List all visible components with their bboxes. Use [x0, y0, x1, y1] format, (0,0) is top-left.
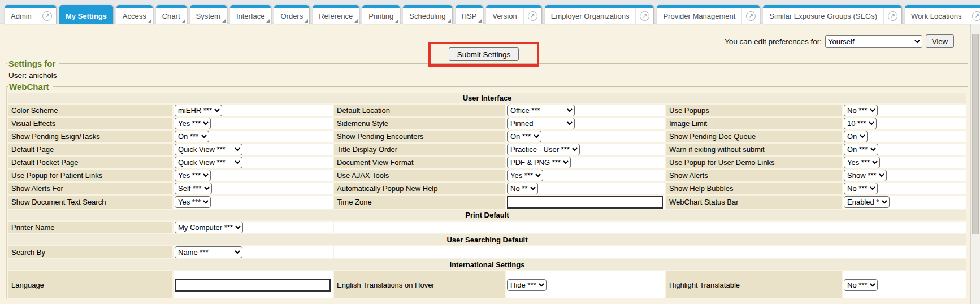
show-help-bubbles-label: Show Help Bubbles: [666, 183, 842, 194]
show-pending-doc-queue-value-cell: On: [843, 131, 966, 142]
view-button[interactable]: View: [926, 34, 954, 48]
show-alerts-for-value-cell: Self ***: [174, 183, 333, 194]
settings-row: Search ByName ***: [8, 246, 966, 258]
tab-orders[interactable]: Orders: [274, 5, 309, 24]
settings-row: Default Pocket PageQuick View ***Documen…: [8, 157, 966, 168]
image-limit-select[interactable]: 10 ***: [844, 118, 877, 129]
printer-name-select[interactable]: My Computer ***: [175, 222, 243, 233]
tab-access[interactable]: Access: [116, 5, 153, 24]
use-popups-select[interactable]: No ***: [844, 105, 878, 116]
warn-if-exiting-without-submit-label: Warn if exiting without submit: [666, 144, 842, 155]
external-link-icon[interactable]: ↗: [635, 8, 653, 24]
visual-effects-select[interactable]: Yes ***: [175, 118, 211, 129]
search-by-value-cell: Name ***: [174, 246, 333, 258]
search-by-select[interactable]: Name ***: [175, 246, 242, 258]
warn-if-exiting-without-submit-value-cell: On ***: [843, 144, 966, 155]
show-pending-esign-tasks-select[interactable]: On ***: [175, 131, 209, 142]
language-input[interactable]: [175, 279, 331, 292]
edit-preferences-label: You can edit preferences for:: [725, 37, 822, 46]
dropdown-corner-icon: [266, 19, 270, 23]
printer-name-label: Printer Name: [8, 222, 172, 233]
show-alerts-for-label: Show Alerts For: [8, 183, 172, 194]
settings-row: Visual EffectsYes ***Sidemenu StylePinne…: [8, 118, 966, 129]
sidemenu-style-label: Sidemenu Style: [334, 118, 505, 129]
webchart-status-bar-select[interactable]: Enabled *: [844, 196, 890, 208]
default-location-select[interactable]: Office ***: [507, 105, 575, 116]
section-header-row: Print Default: [8, 210, 966, 220]
default-page-select[interactable]: Quick View ***: [175, 144, 242, 155]
dropdown-corner-icon: [395, 19, 398, 23]
section-header-row: International Settings: [8, 259, 966, 270]
show-pending-encounters-label: Show Pending Encounters: [334, 131, 505, 142]
dropdown-corner-icon: [478, 19, 482, 23]
tab-my-settings[interactable]: My Settings: [59, 5, 113, 24]
tab-label: Similar Exposure Groups (SEGs): [763, 8, 883, 24]
show-alerts-select[interactable]: Show ***: [844, 170, 887, 181]
show-help-bubbles-select[interactable]: No ***: [844, 183, 878, 194]
tab-interface[interactable]: Interface: [230, 5, 271, 24]
external-link-icon[interactable]: ↗: [968, 8, 980, 24]
submit-settings-button[interactable]: Submit Settings: [449, 47, 519, 61]
tab-system[interactable]: System: [190, 5, 227, 24]
tab-reference[interactable]: Reference: [313, 5, 359, 24]
section-header-row: User Interface: [8, 93, 966, 103]
external-link-icon[interactable]: ↗: [741, 8, 760, 24]
time-zone-label: Time Zone: [334, 196, 505, 209]
color-scheme-value-cell: miEHR ***: [174, 105, 333, 116]
tab-chart[interactable]: Chart: [156, 5, 187, 24]
show-pending-doc-queue-select[interactable]: On: [844, 131, 868, 142]
english-translations-on-hover-select[interactable]: Hide ***: [507, 279, 547, 291]
tab-label: System: [190, 8, 227, 24]
show-pending-esign-tasks-label: Show Pending Esign/Tasks: [8, 131, 172, 142]
use-popup-for-user-demo-links-select[interactable]: Yes ***: [844, 157, 880, 168]
warn-if-exiting-without-submit-select[interactable]: On ***: [844, 144, 878, 155]
time-zone-input[interactable]: [507, 196, 663, 209]
tab-admin[interactable]: Admin↗: [5, 5, 56, 24]
tab-scheduling[interactable]: Scheduling: [403, 5, 452, 24]
show-alerts-label: Show Alerts: [666, 170, 842, 181]
vertical-scrollbar[interactable]: [970, 24, 980, 304]
screen: Admin↗My SettingsAccessChartSystemInterf…: [0, 0, 980, 304]
title-display-order-select[interactable]: Practice - User ***: [507, 144, 580, 155]
color-scheme-select[interactable]: miEHR ***: [175, 105, 222, 116]
visual-effects-value-cell: Yes ***: [174, 118, 333, 129]
default-page-label: Default Page: [8, 144, 172, 155]
use-popup-for-user-demo-links-value-cell: Yes ***: [843, 157, 966, 168]
tab-hsp[interactable]: HSP: [456, 5, 483, 24]
tab-work-locations[interactable]: Work Locations↗: [905, 5, 980, 24]
default-pocket-page-select[interactable]: Quick View ***: [175, 157, 242, 168]
tab-provider-management[interactable]: Provider Management↗: [657, 5, 760, 24]
tab-label: Employer Organizations: [545, 8, 636, 24]
use-popup-for-user-demo-links-label: Use Popup for User Demo Links: [666, 157, 842, 168]
use-ajax-tools-select[interactable]: Yes ***: [507, 170, 543, 181]
tab-version[interactable]: Version↗: [486, 5, 541, 24]
scrollbar-thumb[interactable]: [972, 34, 979, 234]
use-ajax-tools-label: Use AJAX Tools: [334, 170, 505, 181]
sidemenu-style-select[interactable]: Pinned: [507, 118, 575, 129]
use-popups-label: Use Popups: [666, 105, 842, 116]
external-link-icon[interactable]: ↗: [883, 8, 901, 24]
tab-printing[interactable]: Printing: [362, 5, 400, 24]
default-page-value-cell: Quick View ***: [174, 144, 333, 155]
tab-label: Access: [116, 8, 153, 24]
highlight-translatable-label: Highlight Translatable: [666, 271, 842, 298]
tab-similar-exposure-groups-segs[interactable]: Similar Exposure Groups (SEGs)↗: [763, 5, 901, 24]
external-link-icon[interactable]: ↗: [523, 8, 541, 24]
show-pending-encounters-select[interactable]: On ***: [507, 131, 541, 142]
use-popup-for-patient-links-select[interactable]: Yes ***: [175, 170, 211, 181]
tab-employer-organizations[interactable]: Employer Organizations↗: [545, 5, 654, 24]
arrow-up-right-glyph: ↗: [528, 11, 537, 21]
highlight-translatable-select[interactable]: No ***: [844, 279, 878, 291]
document-view-format-select[interactable]: PDF & PNG ***: [507, 157, 571, 168]
show-document-text-search-select[interactable]: Yes ***: [175, 196, 211, 208]
edit-preferences-select[interactable]: Yourself: [825, 35, 922, 48]
highlight-translatable-value-cell: No ***: [843, 271, 966, 298]
settings-row: Show Document Text SearchYes ***Time Zon…: [8, 196, 966, 209]
automatically-popup-new-help-select[interactable]: No **: [507, 183, 538, 194]
dropdown-corner-icon: [182, 19, 185, 23]
language-value-cell: [174, 271, 333, 298]
external-link-icon[interactable]: ↗: [38, 8, 56, 24]
document-view-format-value-cell: PDF & PNG ***: [506, 157, 665, 168]
show-help-bubbles-value-cell: No ***: [843, 183, 966, 194]
show-alerts-for-select[interactable]: Self ***: [175, 183, 212, 194]
